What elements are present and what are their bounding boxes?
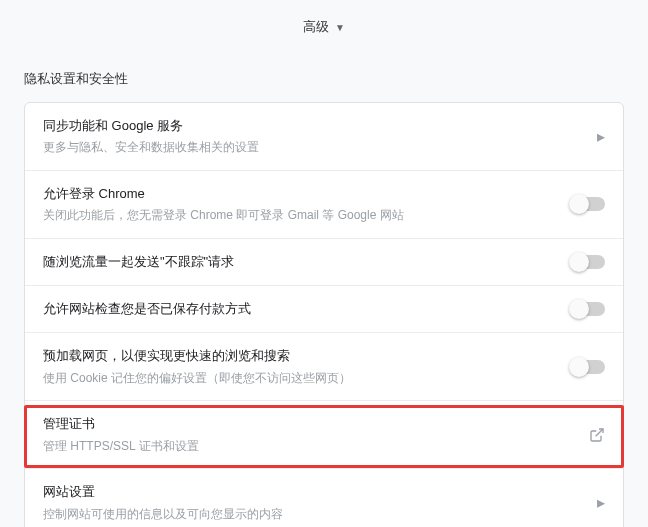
privacy-card: 同步功能和 Google 服务 更多与隐私、安全和数据收集相关的设置 ▸ 允许登… xyxy=(24,102,624,527)
chevron-right-icon: ▸ xyxy=(597,127,605,146)
toggle-switch[interactable] xyxy=(571,302,605,316)
row-title: 预加载网页，以便实现更快速的浏览和搜索 xyxy=(43,347,559,365)
row-action xyxy=(589,427,605,443)
row-subtitle: 使用 Cookie 记住您的偏好设置（即使您不访问这些网页） xyxy=(43,370,559,387)
advanced-label: 高级 xyxy=(303,18,329,36)
row-site-settings[interactable]: 网站设置 控制网站可使用的信息以及可向您显示的内容 ▸ xyxy=(25,469,623,527)
toggle-knob xyxy=(569,194,589,214)
row-preload-pages[interactable]: 预加载网页，以便实现更快速的浏览和搜索 使用 Cookie 记住您的偏好设置（即… xyxy=(25,333,623,401)
row-payment-check[interactable]: 允许网站检查您是否已保存付款方式 xyxy=(25,286,623,333)
row-title: 允许网站检查您是否已保存付款方式 xyxy=(43,300,559,318)
section-title: 隐私设置和安全性 xyxy=(0,54,648,102)
svg-line-0 xyxy=(596,429,603,436)
row-content: 同步功能和 Google 服务 更多与隐私、安全和数据收集相关的设置 xyxy=(43,117,585,156)
row-content: 网站设置 控制网站可使用的信息以及可向您显示的内容 xyxy=(43,483,585,522)
row-subtitle: 更多与隐私、安全和数据收集相关的设置 xyxy=(43,139,585,156)
row-subtitle: 控制网站可使用的信息以及可向您显示的内容 xyxy=(43,506,585,523)
row-do-not-track[interactable]: 随浏览流量一起发送"不跟踪"请求 xyxy=(25,239,623,286)
row-title: 允许登录 Chrome xyxy=(43,185,559,203)
toggle-knob xyxy=(569,357,589,377)
row-sync-google-services[interactable]: 同步功能和 Google 服务 更多与隐私、安全和数据收集相关的设置 ▸ xyxy=(25,103,623,171)
row-title: 网站设置 xyxy=(43,483,585,501)
row-content: 预加载网页，以便实现更快速的浏览和搜索 使用 Cookie 记住您的偏好设置（即… xyxy=(43,347,559,386)
row-title: 同步功能和 Google 服务 xyxy=(43,117,585,135)
toggle-switch[interactable] xyxy=(571,197,605,211)
row-action xyxy=(571,197,605,211)
row-action xyxy=(571,302,605,316)
row-action xyxy=(571,360,605,374)
row-action: ▸ xyxy=(597,127,605,146)
toggle-switch[interactable] xyxy=(571,360,605,374)
row-manage-certificates[interactable]: 管理证书 管理 HTTPS/SSL 证书和设置 xyxy=(25,401,623,469)
toggle-switch[interactable] xyxy=(571,255,605,269)
toggle-knob xyxy=(569,252,589,272)
row-subtitle: 关闭此功能后，您无需登录 Chrome 即可登录 Gmail 等 Google … xyxy=(43,207,559,224)
row-title: 管理证书 xyxy=(43,415,577,433)
row-content: 允许网站检查您是否已保存付款方式 xyxy=(43,300,559,318)
row-action xyxy=(571,255,605,269)
row-content: 允许登录 Chrome 关闭此功能后，您无需登录 Chrome 即可登录 Gma… xyxy=(43,185,559,224)
row-title: 随浏览流量一起发送"不跟踪"请求 xyxy=(43,253,559,271)
caret-down-icon: ▼ xyxy=(335,22,345,33)
row-action: ▸ xyxy=(597,493,605,512)
advanced-toggle[interactable]: 高级 ▼ xyxy=(0,0,648,54)
row-subtitle: 管理 HTTPS/SSL 证书和设置 xyxy=(43,438,577,455)
toggle-knob xyxy=(569,299,589,319)
chevron-right-icon: ▸ xyxy=(597,493,605,512)
external-link-icon xyxy=(589,427,605,443)
row-allow-chrome-signin[interactable]: 允许登录 Chrome 关闭此功能后，您无需登录 Chrome 即可登录 Gma… xyxy=(25,171,623,239)
row-content: 随浏览流量一起发送"不跟踪"请求 xyxy=(43,253,559,271)
row-content: 管理证书 管理 HTTPS/SSL 证书和设置 xyxy=(43,415,577,454)
